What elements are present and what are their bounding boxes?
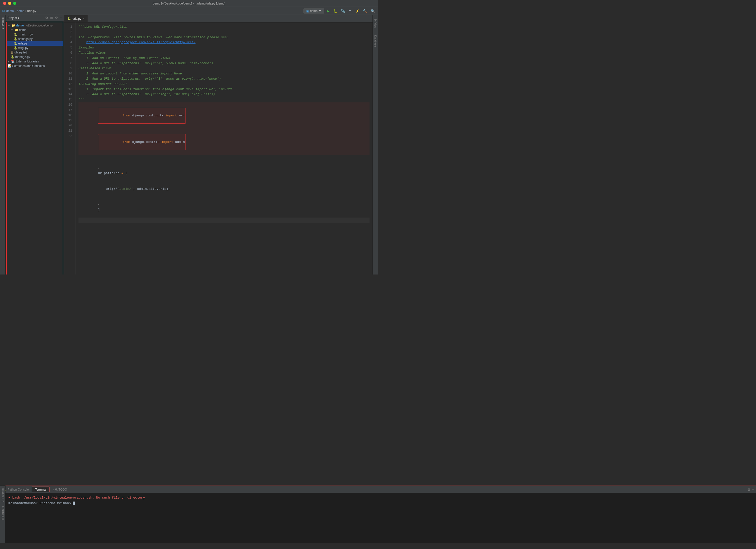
breadcrumb-sep1: › (15, 9, 16, 13)
breadcrumb-icon: 🗂 (2, 9, 5, 13)
debug-button[interactable]: 🐛 (332, 8, 338, 13)
code-line-3: The `urlpatterns` list routes URLs to vi… (79, 35, 369, 40)
traffic-lights (3, 2, 16, 5)
folder-label: demo (19, 28, 27, 32)
attach-button[interactable]: 📎 (340, 8, 346, 13)
settings-icon[interactable]: ⚙ (45, 16, 48, 20)
tab-bar: 🐍 urls.py × (64, 15, 373, 22)
run-config-arrow: ▼ (319, 9, 321, 13)
code-line-17: from django.contrib import admin (79, 129, 369, 155)
py-icon-wsgi: 🐍 (14, 46, 17, 50)
minus-icon[interactable]: − (60, 16, 62, 20)
settings-py-label: settings.py (18, 37, 33, 41)
database-tab[interactable]: Database (373, 33, 378, 49)
folder-arrow: ▼ (11, 29, 13, 31)
py-icon-urls: 🐍 (14, 42, 17, 45)
code-line-4: https://docs.djangoproject.com/en/1.11/t… (79, 40, 369, 45)
ext-icon: 📚 (11, 60, 15, 63)
coverage-button[interactable]: ☂ (347, 8, 353, 13)
code-line-14: 2. Add a URL to urlpatterns: url(r'^blog… (79, 92, 369, 97)
sciview-tab[interactable]: SciView (373, 16, 378, 31)
left-side-tabs: 1: Project (0, 15, 5, 274)
import-box: from django.conf.urls import url (98, 108, 186, 124)
code-line-5: Examples: (79, 45, 369, 50)
py-icon-settings: 🐍 (14, 37, 17, 41)
tree-urls-py[interactable]: 🐍 urls.py (7, 41, 63, 46)
init-py-label: __init__.py (18, 33, 33, 36)
tree-db-sqlite[interactable]: 🗄 db.sqlite3 (7, 50, 63, 55)
breadcrumb-sep2: › (25, 9, 26, 13)
fold-icon: ▾ (98, 167, 99, 170)
file-tree: ▼ 📁 demo ~/Desktop/code/demo ▼ 📁 demo 🐍 … (7, 22, 63, 274)
titlebar: demo [~/Desktop/code/demo] - .../demo/ur… (0, 0, 378, 7)
build-button[interactable]: 🔨 (362, 8, 368, 13)
breadcrumb-demo1[interactable]: demo (6, 9, 14, 13)
tab-icon: 🐍 (67, 17, 71, 20)
code-line-15: """ (79, 97, 369, 102)
tree-root[interactable]: ▼ 📁 demo ~/Desktop/code/demo (7, 23, 63, 28)
code-line-2 (79, 30, 369, 35)
window-title: demo [~/Desktop/code/demo] - .../demo/ur… (153, 2, 225, 5)
py-icon-init: 🐍 (14, 33, 17, 36)
tree-manage-py[interactable]: 🐍 manage.py (7, 55, 63, 59)
minimize-button[interactable] (8, 2, 11, 5)
code-line-11: 2. Add a URL to urlpatterns: url(r'^$', … (79, 76, 369, 82)
ext-label: External Libraries (15, 60, 39, 63)
wsgi-py-label: wsgi.py (18, 46, 28, 50)
tree-arrow-root: ▼ (8, 24, 10, 27)
import-box-2: from django.contrib import admin (98, 134, 186, 150)
code-line-22 (79, 218, 369, 223)
urls-py-label: urls.py (18, 42, 27, 45)
project-tree-container: ▼ 📁 demo ~/Desktop/code/demo ▼ 📁 demo 🐍 … (6, 22, 63, 274)
tree-settings-py[interactable]: 🐍 settings.py (7, 37, 63, 41)
split-icon[interactable]: ⊞ (50, 16, 53, 20)
folder-icon: 📁 (15, 28, 18, 32)
code-line-1: """demo URL Configuration (79, 24, 369, 30)
run-config-icon: ▣ (306, 9, 309, 13)
manage-py-label: manage.py (15, 55, 30, 59)
sqlite-label: db.sqlite3 (15, 51, 27, 54)
panel-icons: ⚙ ⊞ ⚙ − (45, 16, 62, 20)
tab-label: urls.py (73, 17, 81, 20)
tree-icon-root: 📁 (11, 24, 15, 27)
project-side-tab[interactable]: 1: Project (0, 15, 5, 31)
run-config-button[interactable]: ▣ demo ▼ (303, 8, 324, 13)
search-button[interactable]: 🔍 (370, 8, 376, 13)
panel-title[interactable]: Project ▾ (7, 16, 19, 20)
toolbar: 🗂 demo › demo › urls.py ▣ demo ▼ ▶ 🐛 📎 ☂… (0, 7, 378, 15)
gear-icon[interactable]: ⚙ (55, 16, 58, 20)
tab-close-icon[interactable]: × (83, 17, 84, 20)
breadcrumb-demo2[interactable]: demo (17, 9, 24, 13)
code-line-19: ▾ urlpatterns = [ (79, 161, 369, 181)
code-line-6: Function views (79, 50, 369, 56)
py-icon-manage: 🐍 (11, 55, 15, 59)
close-button[interactable] (3, 2, 6, 5)
maximize-button[interactable] (13, 2, 16, 5)
code-line-10: 1. Add an import from other_app.views im… (79, 71, 369, 76)
ext-arrow: ▶ (8, 60, 10, 63)
right-side-tabs: SciView Database (373, 15, 378, 274)
breadcrumb: 🗂 demo › demo › urls.py (2, 9, 36, 13)
tree-scratches[interactable]: 📝 Scratches and Consoles (7, 64, 63, 68)
run-button[interactable]: ▶ (326, 8, 331, 13)
panel-header: Project ▾ ⚙ ⊞ ⚙ − (5, 15, 64, 21)
code-line-7: 1. Add an import: from my_app import vie… (79, 56, 369, 61)
tree-ext-libs[interactable]: ▶ 📚 External Libraries (7, 59, 63, 64)
tree-demo-folder[interactable]: ▼ 📁 demo (7, 28, 63, 32)
code-line-20: url(r'^admin/', admin.site.urls), (79, 181, 369, 197)
code-line-12: Including another URLconf (79, 82, 369, 87)
scratch-label: Scratches and Consoles (12, 64, 45, 68)
tree-init-py[interactable]: 🐍 __init__.py (7, 32, 63, 37)
code-content[interactable]: """demo URL Configuration The `urlpatter… (75, 22, 373, 274)
profile-button[interactable]: ⚡ (354, 8, 361, 13)
editor-tab-urls[interactable]: 🐍 urls.py × (64, 15, 88, 22)
tree-wsgi-py[interactable]: 🐍 wsgi.py (7, 46, 63, 50)
line-numbers: 12345 678910 1112131415 1617181920 2122 (64, 22, 75, 274)
scratch-icon: 📝 (8, 64, 11, 68)
code-line-18 (79, 155, 369, 161)
editor-area: 🐍 urls.py × 12345 678910 1112131415 1617… (64, 15, 373, 274)
run-config-label: demo (310, 9, 317, 13)
tree-root-path: ~/Desktop/code/demo (26, 24, 53, 27)
breadcrumb-file[interactable]: urls.py (27, 9, 36, 13)
code-line-13: 1. Import the include() function: from d… (79, 87, 369, 92)
